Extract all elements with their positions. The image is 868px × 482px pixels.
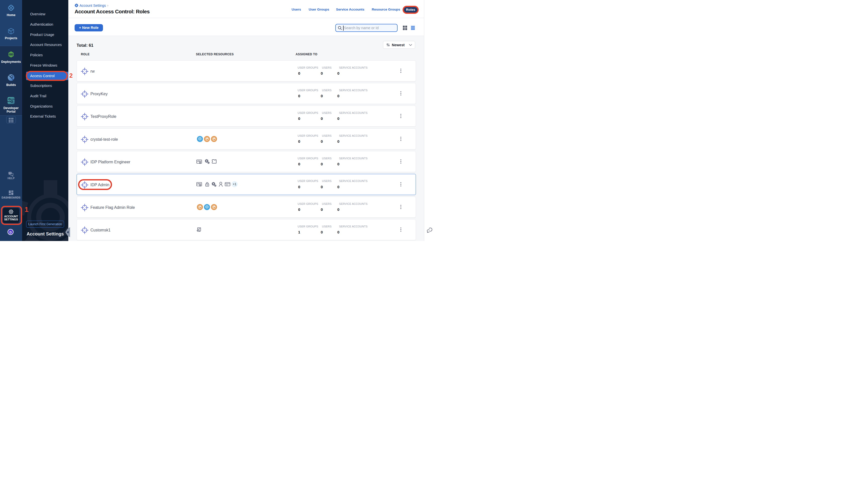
svg-text:?: ? — [9, 172, 11, 174]
